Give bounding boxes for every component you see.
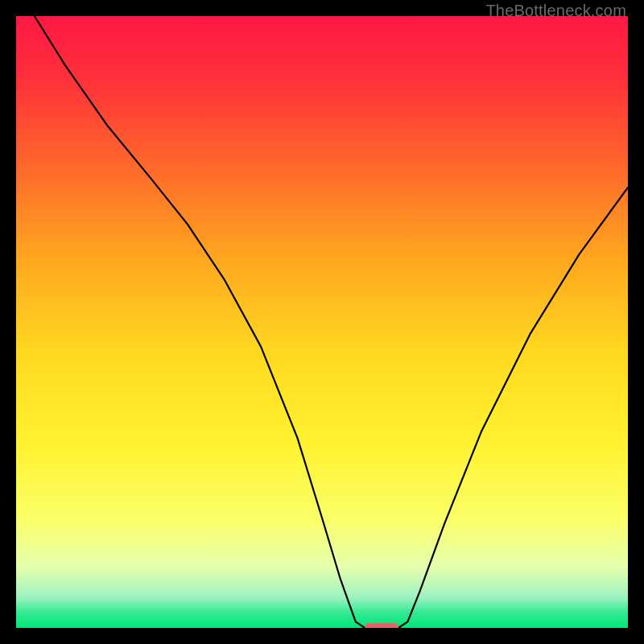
plot-area <box>16 16 628 628</box>
chart-svg <box>16 16 628 628</box>
gradient-background <box>16 16 628 628</box>
optimum-marker <box>365 623 398 628</box>
chart-frame: TheBottleneck.com <box>0 0 644 644</box>
watermark-text: TheBottleneck.com <box>485 2 626 20</box>
